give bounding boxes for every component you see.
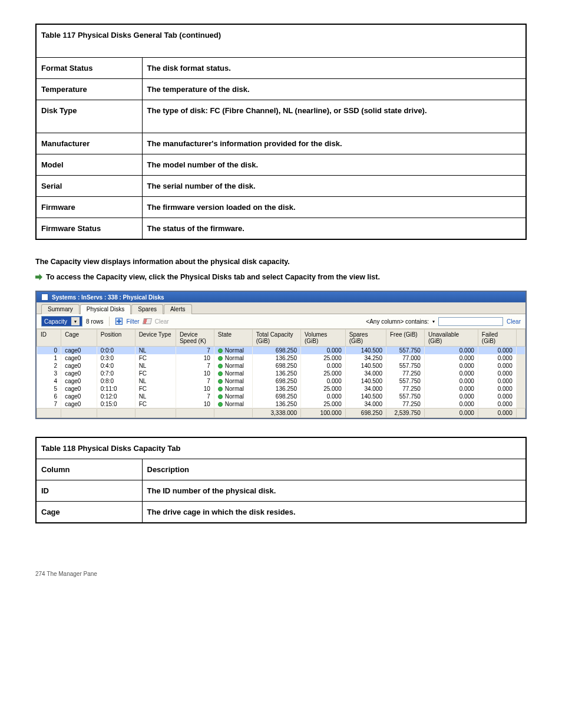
- spec1-r1-c2: The temperature of the disk.: [142, 78, 526, 100]
- spec2-r2-c1: Cage: [36, 502, 142, 523]
- view-select[interactable]: Capacity ▾: [41, 316, 82, 327]
- chevron-down-icon[interactable]: ▾: [432, 319, 435, 324]
- tab-alerts[interactable]: Alerts: [164, 304, 192, 314]
- spec1-r2-c1: Disk Type: [36, 100, 142, 133]
- spec2-r1-c2: The ID number of the physical disk.: [142, 480, 526, 502]
- spec1-r0-c1: Format Status: [36, 57, 142, 78]
- data-grid-wrap: ID Cage Position Device Type Device Spee…: [37, 329, 525, 418]
- search-label: <Any column> contains:: [366, 318, 429, 325]
- col-cage[interactable]: Cage: [61, 330, 97, 347]
- status-dot-icon: [218, 371, 223, 376]
- total-fail: 0.000: [478, 409, 516, 418]
- spec-table-118: Table 118 Physical Disks Capacity Tab Co…: [35, 437, 527, 523]
- scroll-gutter: [516, 330, 525, 347]
- app-window: Systems : InServs : 338 : Physical Disks…: [35, 291, 527, 419]
- total-tot: 3,338.000: [252, 409, 300, 418]
- status-dot-icon: [218, 387, 223, 391]
- spec1-r5-c1: Serial: [36, 175, 142, 196]
- spec1-r4-c1: Model: [36, 154, 142, 175]
- col-free[interactable]: Free (GiB): [386, 330, 424, 347]
- tab-physical-disks[interactable]: Physical Disks: [80, 304, 131, 314]
- col-volumes[interactable]: Volumes (GiB): [300, 330, 345, 347]
- table-row[interactable]: 5cage00:11:0FC10Normal136.25025.00034.00…: [37, 385, 525, 393]
- filter-link[interactable]: Filter: [126, 318, 139, 325]
- spec1-r3-c1: Manufacturer: [36, 133, 142, 154]
- table-row[interactable]: 7cage00:15:0FC10Normal136.25025.00034.00…: [37, 400, 525, 409]
- table-row[interactable]: 6cage00:12:0NL7Normal698.2500.000140.500…: [37, 393, 525, 400]
- col-id[interactable]: ID: [37, 330, 61, 347]
- status-dot-icon: [218, 402, 223, 407]
- row-count: 8 rows: [86, 318, 103, 325]
- search-input[interactable]: [438, 317, 503, 326]
- table-row[interactable]: 4cage00:8:0NL7Normal698.2500.000140.5005…: [37, 377, 525, 385]
- spec1-r7-c2: The status of the firmware.: [142, 218, 526, 239]
- filter-icon: [115, 318, 123, 325]
- footer-left: 274 The Manager Pane: [35, 571, 97, 577]
- grid-header: ID Cage Position Device Type Device Spee…: [37, 330, 525, 347]
- data-grid: ID Cage Position Device Type Device Spee…: [37, 329, 525, 418]
- status-dot-icon: [218, 394, 223, 399]
- total-vol: 100.000: [300, 409, 345, 418]
- clear-link[interactable]: Clear: [155, 318, 169, 325]
- app-icon: [41, 294, 48, 301]
- spec2-r2-c2: The drive cage in which the disk resides…: [142, 502, 526, 523]
- spec2-header: Table 118 Physical Disks Capacity Tab: [36, 437, 526, 459]
- col-device-speed[interactable]: Device Speed (K): [176, 330, 214, 347]
- spec2-r0-c2: Description: [142, 459, 526, 480]
- spec1-r1-c1: Temperature: [36, 78, 142, 100]
- spec1-r2-c2: The type of disk: FC (Fibre Channel), NL…: [142, 100, 526, 133]
- view-select-label: Capacity: [44, 318, 67, 325]
- paragraph-capacity-view: The Capacity view displays information a…: [35, 258, 527, 266]
- total-sp: 698.250: [345, 409, 386, 418]
- tab-summary[interactable]: Summary: [41, 304, 80, 314]
- window-titlebar[interactable]: Systems : InServs : 338 : Physical Disks: [37, 292, 525, 302]
- tab-bar: Summary Physical Disks Spares Alerts: [37, 302, 525, 314]
- toolbar: Capacity ▾ 8 rows Filter Clear <Any colu…: [37, 314, 525, 329]
- chevron-down-icon: ▾: [71, 317, 80, 325]
- col-total-cap[interactable]: Total Capacity (GiB): [252, 330, 300, 347]
- spec1-r7-c1: Firmware Status: [36, 218, 142, 239]
- spec-table-117: Table 117 Physical Disks General Tab (co…: [35, 24, 527, 240]
- spec1-r3-c2: The manufacturer's information provided …: [142, 133, 526, 154]
- col-position[interactable]: Position: [97, 330, 135, 347]
- status-dot-icon: [218, 364, 223, 368]
- tab-spares[interactable]: Spares: [131, 304, 163, 314]
- status-dot-icon: [218, 379, 223, 384]
- spec1-r0-c2: The disk format status.: [142, 57, 526, 78]
- page-footer: 274 The Manager Pane: [35, 571, 527, 577]
- total-free: 2,539.750: [386, 409, 424, 418]
- status-dot-icon: [218, 348, 223, 353]
- total-un: 0.000: [424, 409, 478, 418]
- col-unavailable[interactable]: Unavailable (GiB): [424, 330, 478, 347]
- spec2-r0-c1: Column: [36, 459, 142, 480]
- window-title: Systems : InServs : 338 : Physical Disks: [52, 294, 164, 301]
- eraser-icon: [143, 318, 152, 324]
- col-spares[interactable]: Spares (GiB): [345, 330, 386, 347]
- table-row[interactable]: 1cage00:3:0FC10Normal136.25025.00034.250…: [37, 354, 525, 362]
- arrow-right-icon: [35, 274, 42, 281]
- clear-search-link[interactable]: Clear: [507, 318, 521, 325]
- spec1-r4-c2: The model number of the disk.: [142, 154, 526, 175]
- table-row[interactable]: 2cage00:4:0NL7Normal698.2500.000140.5005…: [37, 362, 525, 370]
- spec2-r1-c1: ID: [36, 480, 142, 502]
- grid-totals-row: 3,338.000 100.000 698.250 2,539.750 0.00…: [37, 409, 525, 418]
- col-device-type[interactable]: Device Type: [135, 330, 176, 347]
- spec1-r6-c1: Firmware: [36, 196, 142, 218]
- table-row[interactable]: 0cage00:0:0NL7Normal698.2500.000140.5005…: [37, 347, 525, 355]
- arrow-text: To access the Capacity view, click the P…: [46, 273, 380, 281]
- spec1-r6-c2: The firmware version loaded on the disk.: [142, 196, 526, 218]
- spec1-header: Table 117 Physical Disks General Tab (co…: [36, 24, 526, 57]
- col-state[interactable]: State: [214, 330, 252, 347]
- status-dot-icon: [218, 356, 223, 361]
- col-failed[interactable]: Failed (GiB): [478, 330, 516, 347]
- spec1-r5-c2: The serial number of the disk.: [142, 175, 526, 196]
- separator: [109, 317, 110, 326]
- table-row[interactable]: 3cage00:7:0FC10Normal136.25025.00034.000…: [37, 370, 525, 377]
